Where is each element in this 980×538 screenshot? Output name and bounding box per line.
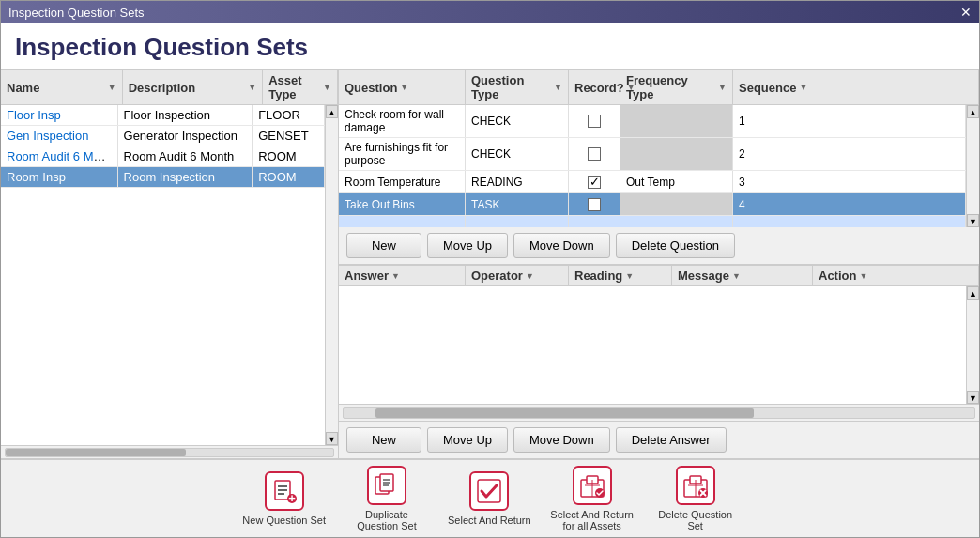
a-scroll-down[interactable]: ▼ <box>967 391 979 404</box>
new-question-set-icon: + <box>265 471 304 511</box>
toolbar-duplicate-question-set[interactable]: Duplicate Question Set <box>345 466 429 531</box>
delete-question-button[interactable]: Delete Question <box>616 233 735 258</box>
sort-question-icon: ▼ <box>400 83 408 92</box>
list-item[interactable]: Room Insp Room Inspection ROOM <box>1 167 325 188</box>
scroll-up-button[interactable]: ▲ <box>326 105 338 118</box>
left-rows-container: Floor Insp Floor Inspection FLOOR Gen In… <box>1 105 325 445</box>
move-up-question-button[interactable]: Move Up <box>427 233 508 258</box>
checkbox[interactable] <box>588 147 601 161</box>
move-down-answer-button[interactable]: Move Down <box>513 427 610 453</box>
duplicate-question-set-icon <box>367 466 406 505</box>
scroll-down-button[interactable]: ▼ <box>326 432 338 445</box>
select-return-all-label: Select And Return for all Assets <box>550 509 635 531</box>
answers-vertical-scrollbar[interactable]: ▲ ▼ <box>966 286 979 404</box>
name-link[interactable]: Gen Inspection <box>7 129 88 143</box>
table-row[interactable]: Take Out Bins TASK 4 <box>339 193 966 216</box>
cell-asset: ROOM <box>253 146 325 166</box>
questions-vertical-scrollbar[interactable]: ▲ ▼ <box>966 105 979 227</box>
q-col-record[interactable]: Record? ▼ <box>569 70 620 104</box>
left-panel: Name ▼ Description ▼ Asset Type ▼ Floor <box>1 70 339 458</box>
scroll-track <box>326 118 338 432</box>
toolbar-select-and-return[interactable]: Select And Return <box>448 471 531 526</box>
q-col-type[interactable]: Question Type ▼ <box>466 70 569 104</box>
sort-seq-icon: ▼ <box>799 83 807 92</box>
delete-question-set-label: Delete Question Set <box>653 509 738 531</box>
name-link[interactable]: Floor Insp <box>7 108 61 122</box>
sort-qtype-icon: ▼ <box>554 83 562 92</box>
delete-answer-button[interactable]: Delete Answer <box>616 427 727 453</box>
cell-frequency: Out Temp <box>620 171 733 192</box>
new-question-button[interactable]: New <box>346 233 421 258</box>
list-item[interactable]: Room Audit 6 Month Room Audit 6 Month RO… <box>1 146 325 167</box>
cell-asset: FLOOR <box>253 105 325 125</box>
table-row[interactable]: Check room for wall damage CHECK 1 <box>339 105 966 138</box>
table-row[interactable]: Are furnishings fit for purpose CHECK 2 <box>339 138 966 171</box>
cell-sequence: 1 <box>733 105 966 137</box>
list-item[interactable]: Floor Insp Floor Inspection FLOOR <box>1 105 325 126</box>
q-scroll-up[interactable]: ▲ <box>967 105 979 118</box>
name-link[interactable]: Room Insp <box>7 170 66 184</box>
left-vertical-scrollbar[interactable]: ▲ ▼ <box>325 105 338 445</box>
move-down-question-button[interactable]: Move Down <box>513 233 610 258</box>
close-button[interactable]: ✕ <box>960 5 972 20</box>
cell-record <box>569 216 620 227</box>
cell-desc: Generator Inspection <box>118 126 253 146</box>
answers-table-body: ▲ ▼ <box>339 286 979 404</box>
a-col-operator[interactable]: Operator ▼ <box>466 266 569 285</box>
answers-section: Answer ▼ Operator ▼ Reading ▼ Message ▼ <box>339 266 979 458</box>
cell-question <box>339 216 466 227</box>
toolbar-delete-question-set[interactable]: Delete Question Set <box>653 466 738 531</box>
sort-answer-icon: ▼ <box>391 271 400 281</box>
checkbox[interactable] <box>588 115 601 128</box>
checkbox-checked[interactable]: ✓ <box>588 176 601 189</box>
sort-message-icon: ▼ <box>732 271 741 281</box>
sort-action-icon: ▼ <box>859 271 867 281</box>
a-col-answer[interactable]: Answer ▼ <box>339 266 466 285</box>
questions-table-body: Check room for wall damage CHECK 1 Are f… <box>339 105 979 227</box>
answers-table-header: Answer ▼ Operator ▼ Reading ▼ Message ▼ <box>339 266 979 286</box>
a-col-message[interactable]: Message ▼ <box>672 266 813 285</box>
title-bar: Inspection Question Sets ✕ <box>1 1 979 23</box>
select-and-return-label: Select And Return <box>448 515 531 526</box>
col-header-description[interactable]: Description ▼ <box>123 70 264 104</box>
new-question-set-label: New Question Set <box>242 515 326 526</box>
left-table-body: Floor Insp Floor Inspection FLOOR Gen In… <box>1 105 338 445</box>
a-scroll-up[interactable]: ▲ <box>967 286 979 300</box>
q-col-question[interactable]: Question ▼ <box>339 70 466 104</box>
duplicate-question-set-label: Duplicate Question Set <box>345 509 429 531</box>
a-col-reading[interactable]: Reading ▼ <box>569 266 672 285</box>
name-link[interactable]: Room Audit 6 Month <box>7 149 117 163</box>
checkbox[interactable] <box>588 198 601 211</box>
col-header-name[interactable]: Name ▼ <box>1 70 123 104</box>
cell-qtype <box>466 216 569 227</box>
table-row[interactable] <box>339 216 966 227</box>
cell-frequency <box>620 105 733 137</box>
q-col-frequency[interactable]: Frequency Type ▼ <box>620 70 733 104</box>
empty-answers-area <box>339 286 966 371</box>
q-col-sequence[interactable]: Sequence ▼ <box>733 70 979 104</box>
answers-rows <box>339 286 966 404</box>
cell-asset: GENSET <box>253 126 325 146</box>
cell-sequence: 2 <box>733 138 966 170</box>
q-scroll-down[interactable]: ▼ <box>967 214 979 227</box>
left-horizontal-scrollbar[interactable] <box>1 445 338 458</box>
answers-horizontal-scrollbar[interactable] <box>339 404 979 421</box>
table-row[interactable]: Room Temperature READING ✓ Out Temp 3 <box>339 171 966 193</box>
col-header-asset-type[interactable]: Asset Type ▼ <box>263 70 338 104</box>
toolbar-select-return-all[interactable]: Select And Return for all Assets <box>550 466 635 531</box>
h-scroll-thumb <box>375 408 754 418</box>
move-up-answer-button[interactable]: Move Up <box>427 427 508 453</box>
a-col-action[interactable]: Action ▼ <box>813 266 979 285</box>
cell-frequency <box>620 216 733 227</box>
questions-rows: Check room for wall damage CHECK 1 Are f… <box>339 105 966 227</box>
cell-question: Take Out Bins <box>339 193 466 215</box>
cell-qtype: READING <box>466 171 569 192</box>
new-answer-button[interactable]: New <box>346 427 421 453</box>
page-title: Inspection Question Sets <box>1 23 979 70</box>
sort-desc-icon: ▼ <box>248 83 256 92</box>
cell-qtype: TASK <box>466 193 569 215</box>
toolbar-new-question-set[interactable]: + New Question Set <box>242 471 326 526</box>
list-item[interactable]: Gen Inspection Generator Inspection GENS… <box>1 126 325 146</box>
a-scroll-track <box>967 300 979 391</box>
cell-asset: ROOM <box>253 167 325 187</box>
